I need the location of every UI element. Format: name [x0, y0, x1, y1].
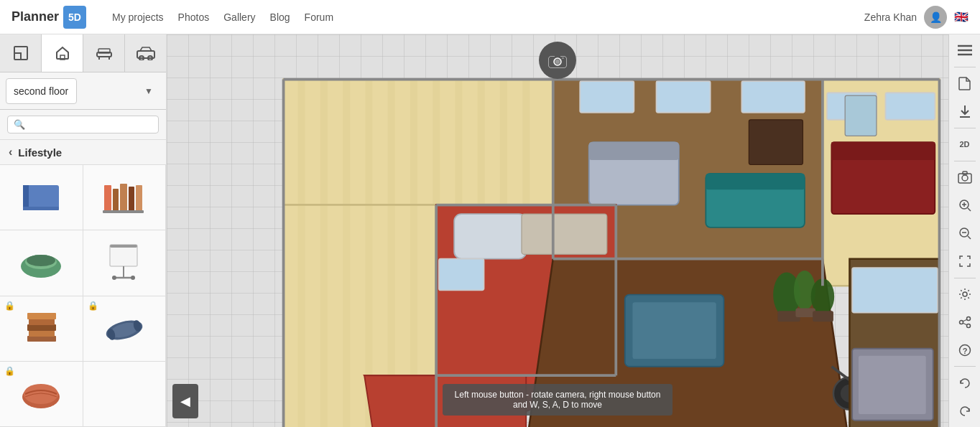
- camera-button[interactable]: [539, 42, 576, 79]
- tab-floor-plan[interactable]: [0, 34, 42, 72]
- nav-gallery[interactable]: Gallery: [223, 11, 255, 23]
- furniture-icon: [96, 45, 113, 61]
- svg-rect-96: [852, 268, 938, 313]
- menu-button[interactable]: [951, 37, 979, 64]
- svg-rect-21: [110, 245, 137, 266]
- svg-text:?: ?: [962, 346, 967, 355]
- svg-rect-61: [589, 142, 679, 160]
- svg-line-125: [968, 236, 971, 239]
- redo-icon: [958, 405, 971, 418]
- svg-rect-70: [845, 95, 877, 136]
- floor-plan-3d: [167, 34, 948, 427]
- search-icon: 🔍: [14, 119, 25, 130]
- lock-icon: 🔒: [4, 301, 15, 311]
- list-item[interactable]: [0, 165, 83, 230]
- svg-rect-90: [795, 308, 815, 317]
- logo[interactable]: Planner 5D: [11, 6, 86, 29]
- svg-rect-22: [110, 245, 137, 248]
- back-arrow-button[interactable]: ◀: [172, 384, 198, 418]
- list-item[interactable]: [83, 230, 167, 296]
- nav-my-projects[interactable]: My projects: [112, 11, 164, 23]
- svg-rect-12: [104, 185, 111, 212]
- list-item[interactable]: [83, 362, 167, 427]
- logo-icon: 5D: [63, 6, 86, 29]
- svg-rect-81: [522, 214, 607, 254]
- divider: [954, 161, 976, 161]
- nav-forum[interactable]: Forum: [305, 11, 333, 23]
- svg-rect-63: [706, 174, 805, 190]
- zoom-out-icon: [958, 227, 971, 240]
- settings-button[interactable]: [951, 281, 979, 307]
- floor-plan-icon: [13, 45, 29, 61]
- 2d-button[interactable]: 2D: [951, 131, 979, 158]
- canvas-area[interactable]: ◀ Left mouse button - rotate camera, rig…: [167, 34, 948, 427]
- camera-icon: [548, 52, 567, 68]
- top-nav: Planner 5D My projects Photos Gallery Bl…: [0, 0, 980, 34]
- left-sidebar: first floor second floor third floor ▼ 🔍…: [0, 34, 167, 427]
- nav-right: Zehra Khan 👤 🇬🇧: [864, 6, 969, 29]
- svg-rect-58: [657, 81, 711, 113]
- tab-other[interactable]: [125, 34, 166, 72]
- home-icon: [55, 45, 70, 61]
- fullscreen-button[interactable]: [951, 248, 979, 275]
- floor-select-wrapper: first floor second floor third floor ▼: [6, 78, 160, 104]
- nav-blog[interactable]: Blog: [270, 11, 290, 23]
- zoom-out-button[interactable]: [951, 220, 979, 247]
- svg-rect-30: [29, 319, 55, 325]
- floor-select[interactable]: first floor second floor third floor: [6, 78, 77, 104]
- svg-rect-64: [749, 120, 803, 165]
- search-input[interactable]: [29, 119, 152, 130]
- svg-rect-11: [23, 207, 59, 210]
- screenshot-button[interactable]: [951, 164, 979, 191]
- menu-icon: [958, 44, 972, 56]
- undo-button[interactable]: [951, 370, 979, 396]
- svg-rect-10: [23, 185, 29, 210]
- back-arrow-icon: ◀: [180, 393, 190, 409]
- flag-icon[interactable]: 🇬🇧: [954, 10, 969, 24]
- search-input-wrap: 🔍: [7, 116, 159, 133]
- share-icon: [958, 316, 971, 329]
- files-button[interactable]: [951, 70, 979, 97]
- screenshot-icon: [958, 171, 972, 184]
- svg-point-20: [27, 255, 55, 266]
- car-icon: [136, 46, 156, 60]
- svg-rect-28: [29, 330, 55, 337]
- svg-point-129: [966, 324, 970, 327]
- share-button[interactable]: [951, 309, 979, 335]
- svg-rect-27: [27, 336, 56, 342]
- help-button[interactable]: ?: [951, 337, 979, 363]
- svg-rect-13: [113, 189, 119, 212]
- item-image: [16, 372, 66, 416]
- lock-icon: 🔒: [88, 301, 98, 311]
- redo-button[interactable]: [951, 398, 979, 424]
- svg-rect-14: [120, 184, 127, 212]
- svg-point-37: [24, 384, 58, 404]
- svg-point-128: [959, 320, 963, 324]
- avatar[interactable]: 👤: [924, 6, 947, 29]
- tab-home[interactable]: [42, 34, 83, 72]
- svg-rect-85: [632, 302, 717, 360]
- svg-rect-17: [103, 210, 144, 213]
- floor-select-arrow-icon: ▼: [144, 86, 153, 96]
- category-back-button[interactable]: ‹: [9, 146, 12, 159]
- list-item[interactable]: 🔒: [83, 296, 167, 362]
- download-button[interactable]: [951, 98, 979, 125]
- list-item[interactable]: [0, 230, 83, 296]
- 2d-label: 2D: [959, 140, 969, 149]
- files-icon: [958, 76, 971, 90]
- items-grid: 🔒 🔒: [0, 165, 166, 427]
- zoom-in-button[interactable]: [951, 192, 979, 219]
- nav-photos[interactable]: Photos: [178, 11, 210, 23]
- nav-links: My projects Photos Gallery Blog Forum: [112, 11, 333, 23]
- list-item[interactable]: 🔒: [0, 362, 83, 427]
- svg-rect-80: [439, 259, 484, 291]
- list-item[interactable]: [83, 165, 167, 230]
- tab-furniture[interactable]: [83, 34, 125, 72]
- svg-rect-57: [580, 81, 634, 113]
- svg-rect-118: [963, 172, 967, 174]
- logo-text: Planner: [11, 9, 59, 24]
- svg-rect-67: [885, 93, 935, 120]
- main-layout: first floor second floor third floor ▼ 🔍…: [0, 34, 980, 427]
- list-item[interactable]: 🔒: [0, 296, 83, 362]
- svg-point-41: [555, 60, 560, 64]
